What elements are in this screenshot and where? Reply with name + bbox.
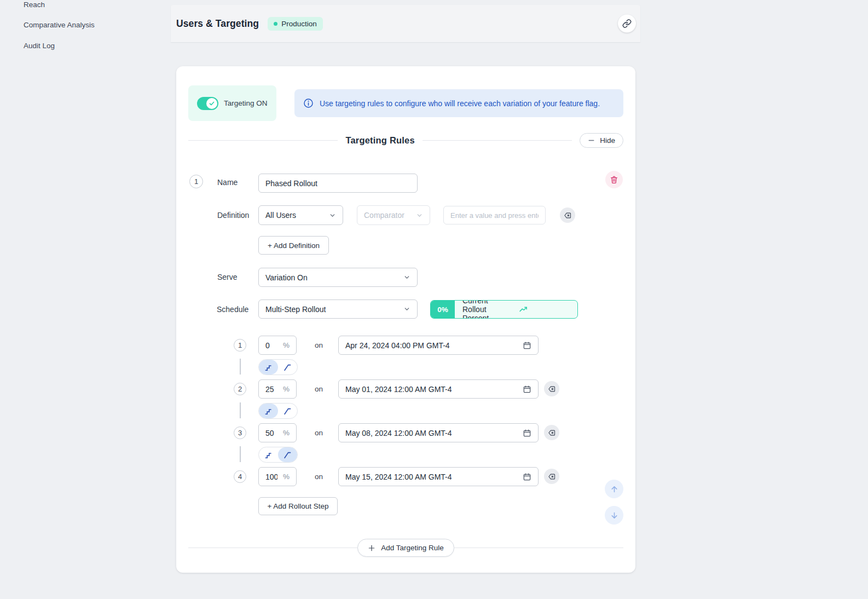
rollout-percent-badge: 0% — [431, 301, 455, 318]
environment-badge-label: Production — [281, 20, 317, 28]
step-number-badge: 1 — [234, 339, 246, 352]
on-label: on — [315, 429, 323, 437]
clear-definition-button[interactable] — [560, 208, 575, 223]
copy-link-button[interactable] — [618, 15, 636, 33]
hide-rules-button[interactable]: Hide — [580, 133, 623, 148]
step-1-date-picker[interactable]: Apr 24, 2024 04:00 PM GMT-4 — [338, 336, 539, 355]
move-rule-up-button[interactable] — [605, 480, 623, 498]
schedule-value: Multi-Step Rollout — [265, 305, 326, 314]
rule-name-input[interactable] — [259, 179, 417, 188]
targeting-card: Targeting ON Use targeting rules to conf… — [176, 66, 635, 573]
remove-step-3-button[interactable] — [544, 425, 559, 440]
targeting-rules-divider: Targeting Rules Hide — [188, 133, 623, 148]
step-1-date-value: Apr 24, 2024 04:00 PM GMT-4 — [345, 341, 450, 350]
calendar-icon — [523, 385, 531, 394]
percent-unit: % — [283, 341, 296, 349]
backspace-icon — [548, 429, 556, 437]
percent-unit: % — [283, 385, 296, 393]
divider-line — [454, 548, 623, 548]
add-rollout-step-button[interactable]: + Add Rollout Step — [258, 497, 338, 515]
step-icon — [264, 362, 273, 372]
step-4-date-picker[interactable]: May 15, 2024 12:00 AM GMT-4 — [338, 467, 539, 486]
rule-name-field — [258, 174, 418, 193]
check-icon — [209, 100, 215, 107]
step-number-badge: 4 — [234, 470, 246, 483]
step-3-date-value: May 08, 2024 12:00 AM GMT-4 — [345, 429, 452, 437]
ramp-icon — [283, 406, 292, 416]
divider-line — [188, 140, 338, 141]
targeting-toggle[interactable] — [197, 97, 218, 110]
transition-3-mode-toggle — [258, 447, 298, 463]
environment-badge: Production — [268, 17, 323, 31]
add-definition-button[interactable]: + Add Definition — [258, 236, 329, 255]
ramp-mode-button[interactable] — [278, 404, 297, 418]
minus-icon — [588, 137, 595, 144]
step-2-date-picker[interactable]: May 01, 2024 12:00 AM GMT-4 — [338, 379, 539, 399]
move-rule-down-button[interactable] — [605, 506, 623, 525]
ramp-mode-button[interactable] — [278, 447, 297, 462]
delete-rule-button[interactable] — [605, 171, 623, 188]
targeting-rules-title: Targeting Rules — [345, 135, 414, 146]
on-label: on — [315, 473, 323, 481]
step-icon — [264, 450, 273, 459]
add-targeting-rule-button[interactable]: Add Targeting Rule — [357, 539, 454, 557]
step-connector-line — [240, 402, 241, 418]
step-connector-line — [240, 359, 241, 375]
ramp-mode-button[interactable] — [278, 360, 297, 375]
on-label: on — [315, 341, 323, 349]
schedule-label: Schedule — [217, 305, 248, 314]
transition-2-mode-toggle — [258, 403, 298, 419]
percent-unit: % — [283, 473, 296, 481]
step-3-percent-input[interactable] — [259, 429, 277, 437]
rollout-caption: Current Rollout Percent — [462, 300, 513, 319]
chevron-down-icon — [329, 212, 336, 219]
definition-value-input[interactable] — [444, 211, 545, 220]
chevron-down-icon — [403, 306, 410, 313]
calendar-icon — [523, 341, 531, 350]
definition-label: Definition — [217, 211, 249, 220]
targeting-toggle-label: Targeting ON — [224, 99, 268, 107]
page-title: Users & Targeting — [176, 18, 259, 30]
step-mode-button[interactable] — [259, 360, 278, 375]
step-2-percent-input[interactable] — [259, 385, 277, 394]
environment-dot-icon — [274, 22, 277, 26]
step-number-badge: 3 — [234, 427, 246, 439]
transition-1-mode-toggle — [258, 359, 298, 375]
ramp-icon — [283, 362, 292, 372]
step-mode-button[interactable] — [259, 447, 278, 462]
link-icon — [622, 19, 632, 28]
calendar-icon — [523, 429, 531, 437]
remove-step-4-button[interactable] — [544, 469, 559, 484]
step-4-percent-field: % — [258, 467, 297, 486]
sidebar-item-audit-log[interactable]: Audit Log — [24, 42, 55, 50]
step-4-percent-input[interactable] — [259, 473, 277, 481]
calendar-icon — [523, 473, 531, 481]
arrow-down-icon — [610, 511, 619, 520]
step-1-percent-input[interactable] — [259, 341, 277, 350]
rule-number-badge: 1 — [189, 175, 203, 188]
step-3-date-picker[interactable]: May 08, 2024 12:00 AM GMT-4 — [338, 423, 539, 442]
hide-button-label: Hide — [600, 136, 615, 145]
serve-label: Serve — [217, 273, 238, 281]
step-mode-button[interactable] — [259, 404, 278, 418]
chevron-down-icon — [403, 274, 410, 281]
step-2-percent-field: % — [258, 379, 297, 399]
definition-attribute-select[interactable]: All Users — [258, 205, 343, 225]
info-banner-text: Use targeting rules to configure who wil… — [320, 99, 600, 108]
step-3-percent-field: % — [258, 423, 297, 442]
step-4-date-value: May 15, 2024 12:00 AM GMT-4 — [345, 473, 452, 481]
ramp-icon — [283, 450, 292, 459]
on-label: on — [315, 385, 323, 393]
percent-unit: % — [283, 429, 296, 437]
sidebar-item-comparative-analysis[interactable]: Comparative Analysis — [24, 21, 95, 29]
add-rule-divider: Add Targeting Rule — [188, 539, 623, 557]
divider-line — [188, 548, 357, 548]
comparator-select[interactable]: Comparator — [357, 205, 430, 225]
add-targeting-rule-label: Add Targeting Rule — [381, 544, 444, 552]
serve-select[interactable]: Variation On — [258, 268, 418, 287]
name-label: Name — [217, 178, 238, 187]
schedule-select[interactable]: Multi-Step Rollout — [258, 300, 418, 319]
remove-step-2-button[interactable] — [544, 381, 559, 396]
step-1-percent-field: % — [258, 336, 297, 355]
sidebar-item-reach[interactable]: Reach — [24, 1, 45, 9]
